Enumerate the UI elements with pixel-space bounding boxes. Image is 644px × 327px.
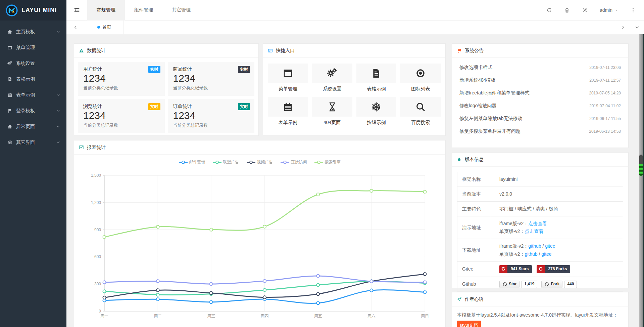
announcement-item[interactable]: 修复多模块菜单栏展开有问题2019-06-13 14:53 [457,125,624,138]
github-star-button[interactable]: Star [499,281,519,288]
file-icon [7,77,14,82]
sidebar-item-label: 其它界面 [16,139,35,146]
legend-label: 直接访问 [291,159,307,165]
version-link[interactable]: gitee [541,251,551,257]
version-link[interactable]: github [525,251,537,257]
legend-label: 联盟广告 [223,159,239,165]
announcement-item[interactable]: 修复左侧菜单缩放tab无法移动2019-06-17 11:55 [457,112,624,125]
refresh-icon[interactable] [546,7,552,13]
user-dropdown[interactable]: admin [600,7,618,13]
version-link[interactable]: gitee [545,243,555,249]
version-row-label: 框架名称 [457,172,490,187]
sidebar-item-login-template[interactable]: 登录模板 [0,103,66,119]
legend-item[interactable]: 搜索引擎 [314,159,341,165]
github-fork-button[interactable]: Fork [541,281,562,288]
github-count[interactable]: 1,419 [521,281,537,288]
quick-item-menu-manage[interactable]: 菜单管理 [268,64,308,92]
svg-text:周日: 周日 [421,314,429,318]
quick-item-page-404[interactable]: 404页面 [312,97,352,126]
svg-text:周二: 周二 [154,314,162,318]
version-link[interactable]: 点击查看 [525,229,543,234]
layui-doc-badge[interactable]: layui文档 [457,321,481,327]
credit-card-icon [268,48,273,53]
sidebar-item-system-setting[interactable]: 系统设置 [0,55,66,71]
tabs-scroll-left-icon[interactable] [66,21,85,34]
nav-tab-other-manage[interactable]: 其它管理 [162,0,200,21]
gitee-badge[interactable]: G941 Stars [499,265,532,273]
announcement-item[interactable]: 修改logo缩放问题2019-07-04 11:02 [457,99,624,112]
calendar-icon [7,92,14,97]
quick-item-icon-list[interactable]: 图标列表 [400,64,441,92]
sidebar-item-other-ui[interactable]: 其它界面 [0,134,66,150]
content: 数据统计 用户统计1234当前分类总记录数实时商品统计1234当前分类总记录数实… [66,34,644,327]
github-count[interactable]: 440 [564,281,577,288]
announcement-item[interactable]: 修改选项卡样式2019-07-11 23:06 [457,61,624,74]
svg-text:300: 300 [94,282,101,286]
version-text: iframe版-v2： [499,243,528,249]
legend-label: 邮件营销 [189,159,205,165]
version-row-label: 下载地址 [457,239,490,261]
panel-version-info: 版本信息 框架名称layuimini当前版本v2.0.0主要特色零门槛 / 响应… [452,152,629,288]
dotcircle-icon [400,64,441,83]
github-button-label: Fork [551,281,559,288]
sidebar-item-label: 菜单管理 [16,45,35,51]
panel-title: 报表统计 [87,145,106,151]
legend-item[interactable]: 邮件营销 [179,159,205,165]
realtime-badge: 实时 [148,103,160,110]
home-icon [7,29,14,34]
svg-text:周四: 周四 [261,314,269,318]
legend-marker-icon [281,161,289,164]
legend-item[interactable]: 视频广告 [247,159,273,165]
quick-item-label: 表单示例 [268,120,308,126]
sidebar-item-form-demo[interactable]: 表单示例 [0,87,66,103]
announcement-date: 2019-06-13 14:53 [589,129,621,134]
legend-item[interactable]: 联盟广告 [213,159,239,165]
version-row-value: Star1,419Fork440 [490,277,623,291]
nav-tab-component-manage[interactable]: 组件管理 [125,0,162,21]
tab-home-label: 首页 [103,24,111,30]
sidebar-toggle-icon[interactable] [66,0,87,21]
tab-home[interactable]: 首页 [85,21,123,34]
logo[interactable]: LAYUI MINI [0,0,66,21]
version-row-label: 当前版本 [457,187,490,202]
svg-text:600: 600 [94,254,101,259]
sidebar-item-home-template[interactable]: 主页模板 [0,24,66,40]
announcement-item[interactable]: 新增treetable插件和菜单管理样式2019-07-05 14:28 [457,87,624,99]
gitee-badge[interactable]: G278 Forks [537,265,570,273]
announcement-item[interactable]: 新增系统404模板2019-07-11 12:57 [457,74,624,87]
version-link[interactable]: 点击查看 [528,221,547,226]
quick-item-table-demo[interactable]: 表格示例 [356,64,397,92]
quick-item-form-demo[interactable]: 表单示例 [268,97,308,126]
chevron-down-icon [56,109,60,113]
svg-text:900: 900 [94,228,101,232]
quick-item-system-setting[interactable]: 系统设置 [312,64,352,92]
fullscreen-icon[interactable] [582,7,588,13]
author-body: 本模板基于layui2.5.4以及font-awesome-4.7.0进行实现。… [452,306,628,327]
sidebar-item-menu-manage[interactable]: 菜单管理 [0,40,66,55]
announcement-date: 2019-06-17 11:55 [589,116,621,121]
more-menu-icon[interactable] [630,7,636,13]
nav-tab-regular-manage[interactable]: 常规管理 [87,0,125,21]
sidebar-item-error-page[interactable]: 异常页面 [0,119,66,134]
version-row: 主要特色零门槛 / 响应式 / 清爽 / 极简 [457,202,623,216]
panel-title: 作者心语 [465,296,484,302]
active-tab-dot [97,26,100,29]
stat-grid: 用户统计1234当前分类总记录数实时商品统计1234当前分类总记录数实时浏览统计… [74,58,258,137]
page-scrollbar[interactable] [639,34,644,327]
panel-data-stats: 数据统计 用户统计1234当前分类总记录数实时商品统计1234当前分类总记录数实… [74,43,259,136]
quick-item-button-demo[interactable]: 按钮示例 [356,97,397,126]
version-link[interactable]: github [528,243,541,249]
scrollbar-thumb[interactable] [639,155,643,176]
calendar-icon [268,97,308,117]
sidebar-item-table-demo[interactable]: 表格示例 [0,71,66,87]
legend-item[interactable]: 直接访问 [281,159,307,165]
quick-item-baidu-search[interactable]: 百度搜索 [400,97,441,126]
tabs-scroll-right-icon[interactable] [616,21,630,34]
tabs-operations-icon[interactable] [630,21,644,34]
app-root: LAYUI MINI 主页模板菜单管理系统设置表格示例表单示例登录模板异常页面其… [0,0,644,327]
topbar: 常规管理 组件管理 其它管理 admin [66,0,644,21]
clear-cache-icon[interactable] [564,7,570,13]
announcement-text: 修改选项卡样式 [459,65,492,71]
flag-icon [7,108,14,113]
version-row-value: iframe版-v2：github / gitee单页版-v2：github /… [490,239,623,261]
